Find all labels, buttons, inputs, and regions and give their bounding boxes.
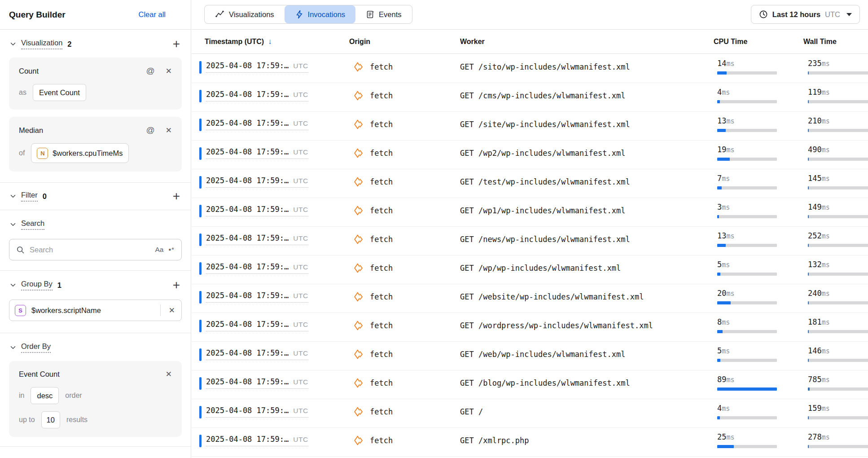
table-row[interactable]: 2025-04-08 17:59:…UTC fetch GET /wp/wp-i… xyxy=(192,255,868,284)
timestamp-cell[interactable]: 2025-04-08 17:59:…UTC xyxy=(206,377,308,389)
add-visualization-icon[interactable]: + xyxy=(173,40,180,48)
table-row[interactable]: 2025-04-08 17:59:…UTC fetch GET /website… xyxy=(192,284,868,313)
ms-unit-label: ms xyxy=(822,433,830,441)
tab-visualizations[interactable]: Visualizations xyxy=(205,5,285,23)
worker-cell: GET /wp2/wp-includes/wlwmanifest.xml xyxy=(460,149,625,158)
search-input[interactable] xyxy=(30,246,150,254)
wall-ms-value: 252 xyxy=(808,231,822,240)
cpu-time-bar xyxy=(717,71,777,75)
table-header: Timestamp (UTC) ↓ Origin Worker CPU Time… xyxy=(192,30,868,54)
timestamp-cell[interactable]: 2025-04-08 17:59:…UTC xyxy=(206,205,308,216)
table-row[interactable]: 2025-04-08 17:59:…UTC fetch GET /web/wp-… xyxy=(192,342,868,370)
chevron-down-icon[interactable] xyxy=(9,192,17,200)
search-section-label[interactable]: Search xyxy=(21,219,44,230)
table-row[interactable]: 2025-04-08 17:59:…UTC fetch GET /wordpre… xyxy=(192,313,868,342)
wall-time-bar-fill xyxy=(808,273,809,276)
cpu-ms-value: 5 xyxy=(717,346,722,355)
chevron-down-icon[interactable] xyxy=(9,220,17,229)
timestamp-cell[interactable]: 2025-04-08 17:59:…UTC xyxy=(206,233,308,245)
add-filter-icon[interactable]: + xyxy=(173,192,180,201)
table-row[interactable]: 2025-04-08 17:59:…UTC fetch GET /site/wp… xyxy=(192,112,868,141)
timestamp-cell[interactable]: 2025-04-08 17:59:…UTC xyxy=(206,176,308,188)
table-row[interactable]: 2025-04-08 17:59:…UTC fetch GET /wp2/wp-… xyxy=(192,141,868,169)
table-row[interactable]: 2025-04-08 17:59:…UTC fetch GET /xmlrpc.… xyxy=(192,428,868,457)
at-mention-icon[interactable]: @ xyxy=(146,125,154,135)
timestamp-cell[interactable]: 2025-04-08 17:59:…UTC xyxy=(206,291,308,303)
chevron-down-icon[interactable] xyxy=(9,281,17,289)
field-chip[interactable]: N $workers.cpuTimeMs xyxy=(31,143,128,163)
alias-chip[interactable]: Event Count xyxy=(33,84,86,101)
cpu-time-bar-fill xyxy=(717,273,720,276)
timestamp-cell[interactable]: 2025-04-08 17:59:…UTC xyxy=(206,61,308,73)
remove-group-by-icon[interactable]: ✕ xyxy=(166,306,176,315)
timestamp-cell[interactable]: 2025-04-08 17:59:…UTC xyxy=(206,119,308,130)
lightning-icon xyxy=(295,10,304,19)
group-by-count: 1 xyxy=(57,281,61,290)
ms-unit-label: ms xyxy=(722,88,730,97)
filter-section: Filter 0 + xyxy=(0,182,191,210)
timestamp-value: 2025-04-08 17:59:… xyxy=(206,205,289,214)
wall-time-bar-fill xyxy=(808,215,809,218)
cpu-ms-value: 89 xyxy=(717,375,726,384)
table-row[interactable]: 2025-04-08 17:59:…UTC fetch GET /sito/wp… xyxy=(192,54,868,83)
table-row[interactable]: 2025-04-08 17:59:…UTC fetch GET /blog/wp… xyxy=(192,370,868,399)
wall-time-bar-fill xyxy=(808,100,809,103)
column-header-wall-time[interactable]: Wall Time xyxy=(803,38,837,46)
table-row[interactable]: 2025-04-08 17:59:…UTC fetch GET /wp1/wp-… xyxy=(192,198,868,227)
order-label: order xyxy=(65,392,82,400)
sort-desc-icon[interactable]: ↓ xyxy=(268,37,272,46)
group-by-chip[interactable]: S $workers.scriptName ✕ xyxy=(9,299,182,321)
timestamp-cell[interactable]: 2025-04-08 17:59:…UTC xyxy=(206,262,308,274)
remove-card-icon[interactable]: ✕ xyxy=(166,126,172,135)
timestamp-cell[interactable]: 2025-04-08 17:59:…UTC xyxy=(206,406,308,418)
tab-events[interactable]: Events xyxy=(355,5,412,23)
wall-ms-value: 149 xyxy=(808,203,822,211)
limit-chip[interactable]: 10 xyxy=(41,411,60,428)
wall-ms-value: 785 xyxy=(808,375,822,384)
timezone-label: UTC xyxy=(825,10,840,19)
cpu-time-cell: 4ms xyxy=(717,404,777,419)
table-row[interactable]: 2025-04-08 17:59:…UTC fetch GET /cms/wp-… xyxy=(192,83,868,112)
regex-icon[interactable]: ▪* xyxy=(168,246,175,254)
timestamp-value: 2025-04-08 17:59:… xyxy=(206,262,289,271)
group-by-section: Group By 1 + S $workers.scriptName ✕ xyxy=(0,270,191,333)
table-row[interactable]: 2025-04-08 17:59:…UTC fetch GET /test/wp… xyxy=(192,169,868,198)
timestamp-cell[interactable]: 2025-04-08 17:59:…UTC xyxy=(206,348,308,360)
origin-cell: fetch xyxy=(353,61,393,73)
group-by-section-label[interactable]: Group By xyxy=(21,280,53,291)
cpu-time-bar xyxy=(717,359,777,362)
table-row[interactable]: 2025-04-08 17:59:…UTC fetch GET /news/wp… xyxy=(192,227,868,255)
timestamp-cell[interactable]: 2025-04-08 17:59:…UTC xyxy=(206,320,308,331)
origin-value: fetch xyxy=(370,264,393,273)
remove-card-icon[interactable]: ✕ xyxy=(166,66,172,76)
timestamp-cell[interactable]: 2025-04-08 17:59:…UTC xyxy=(206,435,308,446)
origin-cell: fetch xyxy=(353,320,393,331)
clear-all-button[interactable]: Clear all xyxy=(138,10,166,19)
column-header-worker[interactable]: Worker xyxy=(460,38,485,46)
chevron-down-icon[interactable] xyxy=(9,40,17,48)
direction-chip[interactable]: desc xyxy=(31,387,59,404)
chevron-down-icon[interactable] xyxy=(9,344,17,352)
timestamp-value: 2025-04-08 17:59:… xyxy=(206,176,289,185)
wall-time-bar xyxy=(808,215,868,218)
timestamp-cell[interactable]: 2025-04-08 17:59:…UTC xyxy=(206,147,308,159)
column-header-timestamp[interactable]: Timestamp (UTC) ↓ xyxy=(205,37,272,46)
timestamp-cell[interactable]: 2025-04-08 17:59:…UTC xyxy=(206,90,308,101)
ms-unit-label: ms xyxy=(722,175,730,183)
filter-section-label[interactable]: Filter xyxy=(21,191,38,202)
match-case-icon[interactable]: Aa xyxy=(155,246,164,254)
results-label: results xyxy=(66,416,88,424)
remove-order-by-icon[interactable]: ✕ xyxy=(166,370,172,379)
wall-time-bar xyxy=(808,359,868,362)
table-row[interactable]: 2025-04-08 17:59:…UTC fetch GET / 4ms 15… xyxy=(192,399,868,428)
view-tab-group: Visualizations Invocations Events xyxy=(204,5,412,24)
visualization-section-label[interactable]: Visualization xyxy=(21,39,62,49)
tab-invocations[interactable]: Invocations xyxy=(285,5,355,23)
time-range-selector[interactable]: Last 12 hours UTC xyxy=(751,5,860,24)
at-mention-icon[interactable]: @ xyxy=(146,66,154,76)
wall-time-cell: 132ms xyxy=(808,260,868,276)
column-header-origin[interactable]: Origin xyxy=(349,38,370,46)
add-group-by-icon[interactable]: + xyxy=(173,281,180,290)
column-header-cpu-time[interactable]: CPU Time xyxy=(714,38,747,46)
order-by-section-label[interactable]: Order By xyxy=(21,342,51,353)
